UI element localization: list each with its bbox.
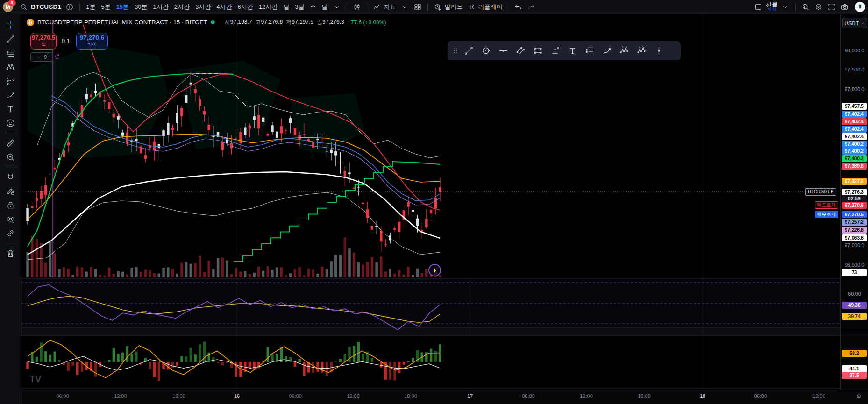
trash-icon [6, 248, 15, 258]
object-tree-tool[interactable] [3, 226, 18, 240]
text-tool[interactable] [3, 102, 18, 116]
float-text[interactable] [564, 44, 581, 58]
remove-all-tool[interactable] [3, 246, 18, 260]
float-drag-handle[interactable] [450, 44, 460, 58]
symbol-search-value: BTCUSD1 [31, 3, 61, 10]
timeframe-3날[interactable]: 3날 [292, 1, 307, 13]
boost-lightning-icon[interactable] [428, 264, 441, 276]
sell-button[interactable]: 97,270.5 셀 [30, 33, 57, 50]
sync-icon[interactable] [53, 53, 61, 61]
trend-line-tool[interactable] [3, 32, 18, 46]
timeframe-4시간[interactable]: 4시간 [213, 1, 235, 13]
zoom-in-tool[interactable] [3, 150, 18, 164]
float-trend-line[interactable] [461, 44, 477, 58]
replay-button[interactable]: 리플레이 [465, 1, 505, 13]
timeframe-1분[interactable]: 1분 [83, 1, 98, 13]
float-long-position[interactable] [547, 44, 563, 58]
price-axis[interactable]: USDT 98,000.097,900.097,800.097,457.597,… [840, 14, 868, 390]
layout-menu-chevron[interactable] [779, 1, 792, 13]
measure-tool[interactable] [3, 136, 18, 150]
timeframe-날[interactable]: 날 [280, 1, 292, 13]
time-tick: 18:00 [172, 393, 185, 399]
price-badge: 97,402.4 [842, 118, 867, 125]
quick-search-button[interactable] [799, 1, 812, 13]
float-fib-retracement[interactable] [582, 44, 598, 58]
float-vertical-line[interactable] [651, 44, 667, 58]
timeframe-more-button[interactable] [330, 1, 343, 13]
timeframe-6시간[interactable]: 6시간 [235, 1, 256, 13]
hide-all-drawings-tool[interactable] [3, 212, 18, 226]
rsi-value-label: 49.36 [842, 302, 867, 309]
time-axis[interactable]: ⚙ 06:0012:0018:001606:0012:0018:001706:0… [21, 390, 868, 404]
timeframe-12시간[interactable]: 12시간 [256, 1, 280, 13]
timeframe-1시간[interactable]: 1시간 [150, 1, 171, 13]
chart-type-button[interactable] [350, 1, 363, 13]
currency-selector[interactable]: USDT [842, 18, 867, 28]
floating-drawing-toolbar[interactable]: 15AC [448, 41, 681, 60]
float-rectangle[interactable] [530, 44, 546, 58]
crosshair-tool[interactable] [3, 18, 18, 32]
compare-add-button[interactable] [63, 1, 76, 13]
eye-hide-icon [6, 214, 15, 224]
legend-collapse-button[interactable]: 9 [30, 52, 53, 62]
axis-settings-gear-icon[interactable]: ⚙ [856, 393, 861, 400]
screenshot-button[interactable] [838, 1, 851, 13]
indicators-templates-chevron[interactable] [398, 1, 411, 13]
ask-price-label: 97,270.6 [842, 202, 867, 209]
drawing-toolbar [0, 14, 21, 404]
float-elliott-wave[interactable]: 15 [616, 44, 633, 58]
buy-button[interactable]: 97,270.6 바이 [76, 33, 108, 50]
brush-tool[interactable] [3, 88, 18, 102]
undo-button[interactable] [512, 1, 525, 13]
user-avatar[interactable]: M 3 [3, 2, 13, 12]
fullscreen-button[interactable] [825, 1, 838, 13]
quantity-value[interactable]: 0.1 [57, 37, 74, 44]
magnet-mode-tool[interactable] [3, 170, 18, 184]
emoji-tool[interactable] [3, 116, 18, 130]
save-status: 저장 [768, 7, 776, 12]
fib-retracement-tool[interactable] [3, 46, 18, 60]
settings-button[interactable] [812, 1, 825, 13]
float-parallel-channel[interactable] [512, 44, 529, 58]
alert-clock-icon [434, 3, 442, 11]
chart-area[interactable]: ₿ BTCUSDTPERP PERPETUAL MIX CONTRACT · 1… [21, 14, 868, 404]
price-tick: 96,900.0 [841, 262, 868, 268]
text-icon [568, 46, 577, 56]
timeframe-2시간[interactable]: 2시간 [171, 1, 192, 13]
grid-layout-button[interactable] [411, 1, 424, 13]
timeframe-달[interactable]: 달 [319, 1, 330, 13]
layout-name: 선물 [766, 2, 778, 7]
timeframe-3시간[interactable]: 3시간 [192, 1, 213, 13]
redo-button[interactable] [525, 1, 538, 13]
time-tick: 06:00 [522, 393, 535, 399]
pattern-tool[interactable] [3, 60, 18, 74]
timeframe-group: 1분5분15분30분1시간2시간3시간4시간6시간12시간날3날주달 [83, 1, 330, 13]
symbol-search[interactable]: BTCUSD1 [18, 3, 63, 11]
float-circle[interactable] [478, 44, 494, 58]
timeframe-5분[interactable]: 5분 [98, 1, 113, 13]
time-tick: 12:00 [812, 393, 825, 399]
top-toolbar: M 3 BTCUSD1 1분5분15분30분1시간2시간3시간4시간6시간12시… [0, 0, 868, 14]
lock-all-drawings-tool[interactable] [3, 198, 18, 212]
price-tick: 60.00 [841, 291, 868, 297]
trading-terminal: M 3 BTCUSD1 1분5분15분30분1시간2시간3시간4시간6시간12시… [0, 0, 868, 404]
timeframe-30분[interactable]: 30분 [132, 1, 150, 13]
layout-select-button[interactable] [752, 1, 765, 13]
timeframe-주[interactable]: 주 [307, 1, 319, 13]
price-chart-canvas[interactable] [21, 14, 841, 390]
timeframe-15분[interactable]: 15분 [114, 1, 132, 13]
float-brush[interactable] [599, 44, 615, 58]
layout-name-button[interactable]: 선물 저장 [765, 2, 779, 12]
alert-label: 얼러트 [444, 3, 462, 11]
account-avatar[interactable]: Ⅲ [855, 2, 865, 12]
forecast-tool[interactable] [3, 74, 18, 88]
indicators-button[interactable]: 지표 [370, 1, 398, 13]
float-horizontal-line[interactable] [495, 44, 512, 58]
price-badge: 97,400.2 [842, 148, 867, 155]
symbol-title[interactable]: BTCUSDTPERP PERPETUAL MIX CONTRACT · 15 … [37, 19, 207, 26]
price-badge: 97,402.4 [842, 111, 867, 118]
alert-button[interactable]: 얼러트 [431, 1, 465, 13]
float-abcd-pattern[interactable]: AC [633, 44, 650, 58]
price-tick: 97,900.0 [841, 66, 868, 73]
stay-in-drawing-mode-tool[interactable] [3, 184, 18, 198]
